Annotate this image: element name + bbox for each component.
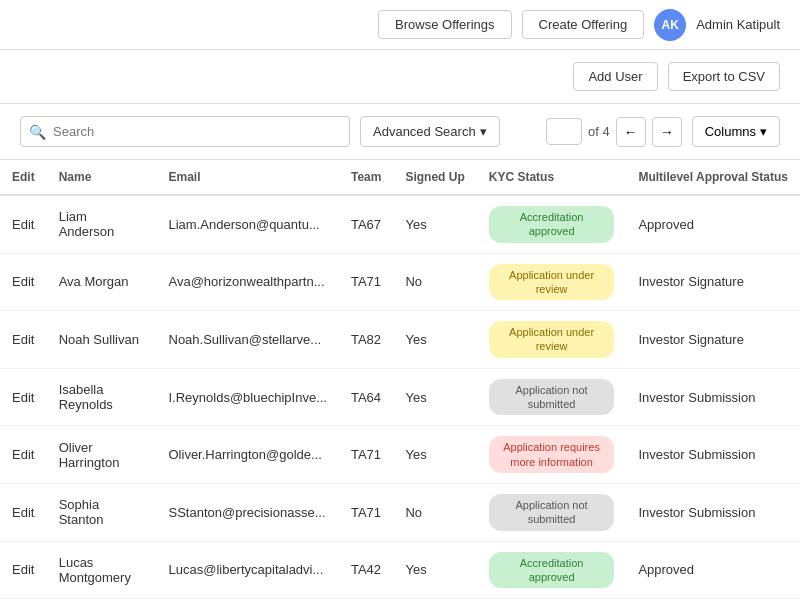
signed-up-cell: Yes <box>393 541 476 599</box>
edit-cell[interactable]: Edit <box>0 426 47 484</box>
table-row: Edit Oliver Harrington Oliver.Harrington… <box>0 426 800 484</box>
users-table: Edit Name Email Team Signed Up KYC Statu… <box>0 160 800 600</box>
team-cell: TA42 <box>339 541 393 599</box>
table-row: Edit Sophia Stanton SStanton@precisionas… <box>0 483 800 541</box>
col-team: Team <box>339 160 393 195</box>
col-name: Name <box>47 160 157 195</box>
signed-up-cell: No <box>393 253 476 311</box>
edit-link[interactable]: Edit <box>12 505 34 520</box>
email-cell: Lucas@libertycapitaladvi... <box>157 541 339 599</box>
multilevel-cell: Investor Signature <box>626 311 800 369</box>
email-cell: SStanton@precisionasse... <box>157 483 339 541</box>
kyc-status-cell: Application requires more information <box>477 426 627 484</box>
signed-up-cell: Yes <box>393 426 476 484</box>
multilevel-cell: Investor Submission <box>626 368 800 426</box>
col-multilevel: Multilevel Approval Status <box>626 160 800 195</box>
search-bar: 🔍 Advanced Search ▾ 1 of 4 ← → Columns ▾ <box>0 104 800 160</box>
name-cell: Liam Anderson <box>47 195 157 253</box>
chevron-down-icon: ▾ <box>480 124 487 139</box>
name-cell: Oliver Harrington <box>47 426 157 484</box>
signed-up-cell: Yes <box>393 195 476 253</box>
edit-link[interactable]: Edit <box>12 274 34 289</box>
table-row: Edit Isabella Reynolds I.Reynolds@bluech… <box>0 368 800 426</box>
kyc-status-cell: Application not submitted <box>477 483 627 541</box>
table-row: Edit Noah Sullivan Noah.Sullivan@stellar… <box>0 311 800 369</box>
kyc-status-cell: Application under review <box>477 311 627 369</box>
search-input[interactable] <box>20 116 350 147</box>
columns-label: Columns <box>705 124 756 139</box>
prev-page-button[interactable]: ← <box>616 117 646 147</box>
team-cell: TA71 <box>339 426 393 484</box>
pagination: 1 of 4 ← → <box>546 117 682 147</box>
kyc-status-cell: Application not submitted <box>477 368 627 426</box>
multilevel-cell: Investor Submission <box>626 483 800 541</box>
edit-link[interactable]: Edit <box>12 447 34 462</box>
next-page-button[interactable]: → <box>652 117 682 147</box>
table-row: Edit Ava Morgan Ava@horizonwealthpartn..… <box>0 253 800 311</box>
advanced-search-label: Advanced Search <box>373 124 476 139</box>
advanced-search-button[interactable]: Advanced Search ▾ <box>360 116 500 147</box>
edit-link[interactable]: Edit <box>12 217 34 232</box>
table-row: Edit Lucas Montgomery Lucas@libertycapit… <box>0 541 800 599</box>
kyc-badge: Application requires more information <box>489 436 615 473</box>
kyc-badge: Application not submitted <box>489 494 615 531</box>
multilevel-cell: Approved <box>626 541 800 599</box>
columns-button[interactable]: Columns ▾ <box>692 116 780 147</box>
page-number-input[interactable]: 1 <box>546 118 582 145</box>
email-cell: Ava@horizonwealthpartn... <box>157 253 339 311</box>
email-cell: Oliver.Harrington@golde... <box>157 426 339 484</box>
admin-name: Admin Katipult <box>696 17 780 32</box>
multilevel-cell: Investor Signature <box>626 253 800 311</box>
multilevel-cell: Approved <box>626 195 800 253</box>
edit-cell[interactable]: Edit <box>0 311 47 369</box>
create-offering-button[interactable]: Create Offering <box>522 10 645 39</box>
edit-cell[interactable]: Edit <box>0 253 47 311</box>
table-row: Edit Liam Anderson Liam.Anderson@quantu.… <box>0 195 800 253</box>
name-cell: Sophia Stanton <box>47 483 157 541</box>
col-signed-up: Signed Up <box>393 160 476 195</box>
kyc-badge: Accreditation approved <box>489 552 615 589</box>
add-user-button[interactable]: Add User <box>573 62 657 91</box>
avatar: AK <box>654 9 686 41</box>
toolbar: Add User Export to CSV <box>0 50 800 104</box>
team-cell: TA71 <box>339 483 393 541</box>
team-cell: TA82 <box>339 311 393 369</box>
kyc-badge: Application under review <box>489 321 615 358</box>
search-input-wrap: 🔍 <box>20 116 350 147</box>
kyc-status-cell: Accreditation approved <box>477 541 627 599</box>
team-cell: TA67 <box>339 195 393 253</box>
browse-offerings-button[interactable]: Browse Offerings <box>378 10 511 39</box>
kyc-status-cell: Accreditation approved <box>477 195 627 253</box>
col-edit: Edit <box>0 160 47 195</box>
table-header: Edit Name Email Team Signed Up KYC Statu… <box>0 160 800 195</box>
signed-up-cell: Yes <box>393 311 476 369</box>
table-body: Edit Liam Anderson Liam.Anderson@quantu.… <box>0 195 800 600</box>
multilevel-cell: Investor Submission <box>626 426 800 484</box>
columns-chevron-icon: ▾ <box>760 124 767 139</box>
page-total-label: of 4 <box>588 124 610 139</box>
name-cell: Lucas Montgomery <box>47 541 157 599</box>
team-cell: TA71 <box>339 253 393 311</box>
signed-up-cell: No <box>393 483 476 541</box>
kyc-badge: Application not submitted <box>489 379 615 416</box>
col-kyc-status: KYC Status <box>477 160 627 195</box>
edit-cell[interactable]: Edit <box>0 195 47 253</box>
search-icon: 🔍 <box>29 124 46 140</box>
kyc-status-cell: Application under review <box>477 253 627 311</box>
name-cell: Noah Sullivan <box>47 311 157 369</box>
col-email: Email <box>157 160 339 195</box>
kyc-badge: Application under review <box>489 264 615 301</box>
email-cell: Liam.Anderson@quantu... <box>157 195 339 253</box>
team-cell: TA64 <box>339 368 393 426</box>
header: Browse Offerings Create Offering AK Admi… <box>0 0 800 50</box>
edit-cell[interactable]: Edit <box>0 541 47 599</box>
edit-link[interactable]: Edit <box>12 332 34 347</box>
kyc-badge: Accreditation approved <box>489 206 615 243</box>
export-csv-button[interactable]: Export to CSV <box>668 62 780 91</box>
signed-up-cell: Yes <box>393 368 476 426</box>
edit-link[interactable]: Edit <box>12 390 34 405</box>
edit-link[interactable]: Edit <box>12 562 34 577</box>
edit-cell[interactable]: Edit <box>0 483 47 541</box>
edit-cell[interactable]: Edit <box>0 368 47 426</box>
name-cell: Ava Morgan <box>47 253 157 311</box>
